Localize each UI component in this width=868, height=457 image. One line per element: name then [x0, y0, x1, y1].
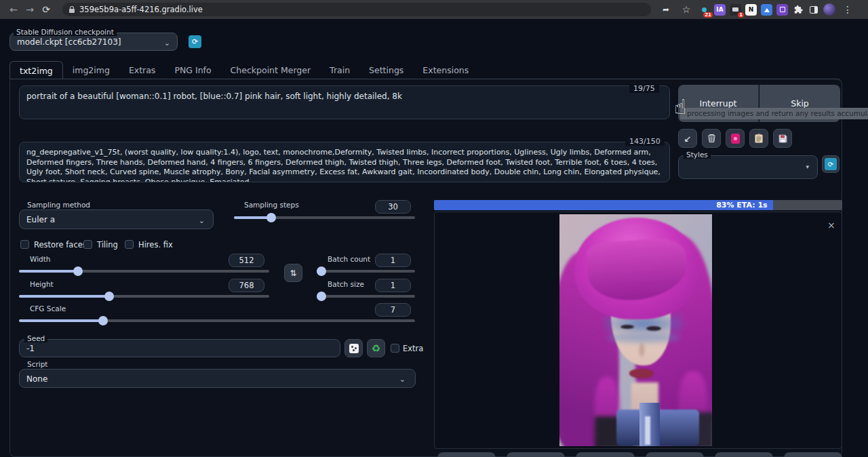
browser-toolbar: ← → ⟳ 359e5b9a-a5ff-4216.gradio.live ➦ ☆…: [0, 0, 868, 19]
seed-value: -1: [26, 344, 35, 353]
slider-handle[interactable]: [73, 266, 83, 276]
script-label: Script: [24, 360, 50, 368]
cfg-scale-value[interactable]: 7: [375, 303, 411, 317]
tab-img2img[interactable]: img2img: [63, 61, 119, 79]
sidebar-toggle-icon[interactable]: [808, 4, 819, 16]
output-action-button[interactable]: [437, 452, 496, 457]
lock-icon: [69, 9, 75, 13]
lips-art: [629, 369, 654, 378]
onenote-extension-icon[interactable]: [776, 4, 788, 16]
extra-networks-card-icon: [731, 134, 740, 144]
sampling-steps-slider[interactable]: [234, 216, 415, 219]
hires-fix-checkbox[interactable]: [125, 240, 134, 249]
extra-seed-label: Extra: [403, 344, 423, 353]
checkpoint-refresh-button[interactable]: ⟳: [189, 35, 201, 48]
tab-train[interactable]: Train: [320, 61, 359, 79]
seed-label: Seed: [24, 334, 47, 342]
script-dropdown[interactable]: None ⌄: [19, 369, 416, 388]
output-action-buttons: [437, 452, 842, 457]
capture-extension-icon[interactable]: 1: [730, 4, 741, 16]
output-action-button[interactable]: [576, 452, 634, 457]
progress-text: 83% ETA: 1s: [716, 201, 767, 210]
trash-icon: [707, 134, 716, 143]
reuse-seed-button[interactable]: ♻: [367, 339, 385, 357]
chevron-down-icon: ▾: [806, 163, 809, 170]
robot-collar-art: [645, 416, 650, 445]
prompt-textarea[interactable]: portrait of a beautiful [woman::0.1] rob…: [19, 85, 670, 119]
close-icon[interactable]: ×: [827, 220, 835, 231]
extra-seed-checkbox[interactable]: [391, 344, 399, 353]
negative-prompt-textarea[interactable]: ng_deepnegative_v1_75t, (worst quality, …: [19, 142, 670, 182]
sampling-steps-value[interactable]: 30: [375, 200, 411, 214]
seed-input[interactable]: -1: [19, 339, 340, 357]
tab-png-info[interactable]: PNG Info: [165, 61, 220, 79]
width-slider[interactable]: [19, 270, 269, 273]
main-tabs: txt2img img2img Extras PNG Info Checkpoi…: [9, 61, 478, 79]
slider-handle[interactable]: [267, 213, 276, 222]
slider-handle[interactable]: [104, 292, 114, 301]
back-icon[interactable]: ←: [5, 1, 22, 18]
tiling-label: Tiling: [97, 240, 118, 250]
clear-prompt-button[interactable]: [702, 129, 721, 148]
interrupt-tooltip: processing images and return any results…: [680, 108, 868, 119]
styles-dropdown[interactable]: ▾: [678, 155, 818, 179]
address-bar[interactable]: 359e5b9a-a5ff-4216.gradio.live: [62, 3, 651, 16]
output-action-button[interactable]: [646, 452, 704, 457]
output-action-button[interactable]: [715, 452, 773, 457]
batch-size-value[interactable]: 1: [375, 279, 411, 292]
eye-art: [646, 326, 661, 331]
notion-extension-icon[interactable]: N: [745, 4, 757, 16]
extensions-puzzle-icon[interactable]: [792, 4, 804, 16]
extra-networks-button[interactable]: [726, 129, 745, 148]
sampling-steps-label: Sampling steps: [241, 201, 302, 209]
random-seed-button[interactable]: [344, 339, 363, 357]
progress-fill: 83% ETA: 1s: [434, 200, 773, 210]
share-icon[interactable]: ➦: [658, 1, 674, 18]
chevron-down-icon: ⌄: [199, 216, 205, 225]
chevron-down-icon: ⌄: [164, 39, 170, 47]
paste-params-button[interactable]: ↙: [678, 129, 697, 148]
forward-icon[interactable]: →: [22, 1, 38, 18]
bookmark-star-icon[interactable]: ☆: [678, 1, 694, 18]
tiling-checkbox[interactable]: [83, 240, 92, 249]
restore-faces-label: Restore faces: [34, 240, 87, 250]
restore-faces-checkbox[interactable]: [20, 240, 29, 249]
height-value[interactable]: 768: [229, 279, 264, 292]
height-label: Height: [27, 280, 56, 288]
slider-handle[interactable]: [98, 316, 108, 325]
ia-extension-icon[interactable]: IA: [714, 4, 726, 16]
refresh-icon: ⟳: [825, 158, 837, 170]
tab-settings[interactable]: Settings: [359, 61, 413, 79]
swap-arrows-icon: ⇅: [290, 269, 296, 278]
sampling-method-dropdown[interactable]: Euler a ⌄: [19, 210, 214, 229]
styles-label: Styles: [684, 151, 711, 159]
save-style-button[interactable]: [773, 129, 792, 148]
generation-progress-bar: 83% ETA: 1s: [434, 200, 842, 210]
checkpoint-value: model.ckpt [cc6cb27103]: [17, 37, 121, 47]
styles-refresh-button[interactable]: ⟳: [822, 155, 840, 173]
apply-style-button[interactable]: [749, 129, 768, 148]
output-action-button[interactable]: [507, 452, 565, 457]
tab-checkpoint-merger[interactable]: Checkpoint Merger: [221, 61, 320, 79]
photos-extension-icon[interactable]: [761, 4, 772, 16]
batch-size-slider[interactable]: [317, 295, 415, 298]
generated-image[interactable]: [559, 214, 712, 446]
negative-prompt-token-counter: 143/150: [625, 137, 665, 146]
nose-art: [639, 343, 644, 357]
menu-dots-icon[interactable]: ⋮: [840, 1, 856, 18]
cfg-scale-slider[interactable]: [19, 319, 415, 322]
url-text[interactable]: 359e5b9a-a5ff-4216.gradio.live: [79, 5, 203, 14]
tab-txt2img[interactable]: txt2img: [9, 61, 63, 79]
pin-extension-icon[interactable]: 21: [698, 4, 710, 16]
tab-extensions[interactable]: Extensions: [413, 61, 478, 79]
batch-count-value[interactable]: 1: [375, 254, 411, 267]
swap-dimensions-button[interactable]: ⇅: [284, 264, 302, 282]
profile-avatar[interactable]: [823, 3, 835, 16]
height-slider[interactable]: [19, 295, 269, 298]
reload-icon[interactable]: ⟳: [38, 1, 54, 18]
width-value[interactable]: 512: [229, 254, 264, 267]
batch-count-slider[interactable]: [317, 270, 415, 273]
batch-count-label: Batch count: [325, 255, 373, 263]
tab-extras[interactable]: Extras: [119, 61, 165, 79]
output-action-button[interactable]: [784, 452, 842, 457]
